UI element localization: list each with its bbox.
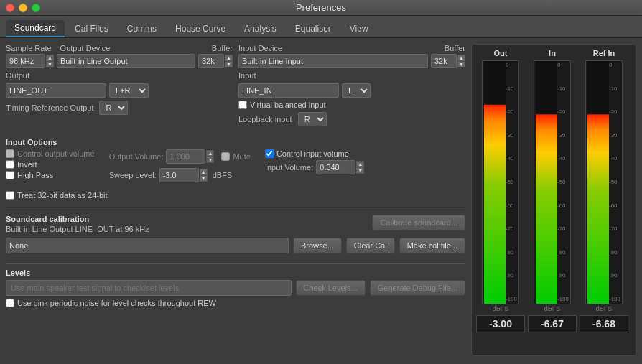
virtual-balanced-checkbox-label[interactable]: Virtual balanced input (238, 101, 465, 109)
sweep-level-spinbox[interactable]: ▲ ▼ (159, 168, 208, 182)
meter-out-bar-area (484, 61, 506, 304)
sweep-level-down[interactable]: ▼ (200, 175, 208, 182)
meter-ref-in-bar-area (587, 61, 609, 304)
meter-in-scale: 0 -10 -20 -30 -40 -50 -60 -70 -80 -90 -1… (557, 61, 569, 304)
output-volume-input[interactable] (166, 149, 205, 164)
io-right: Control input volume Input Volume: ▲ ▼ (265, 149, 364, 182)
tab-house-curve[interactable]: House Curve (167, 20, 234, 37)
pink-noise-checkbox-label[interactable]: Use pink periodic noise for level checks… (6, 299, 465, 307)
output-buffer-label: Buffer (212, 44, 233, 52)
sweep-level-input[interactable] (159, 168, 199, 182)
levels-row: Check Levels... Generate Debug File... (6, 280, 465, 296)
tab-comms[interactable]: Comms (118, 20, 165, 37)
sample-rate-down[interactable]: ▼ (46, 61, 54, 67)
tab-analysis[interactable]: Analysis (236, 20, 285, 37)
output-device-input[interactable] (57, 54, 195, 68)
input-volume-input[interactable] (316, 160, 355, 174)
mute-checkbox-label[interactable]: Mute (221, 152, 250, 161)
high-pass-checkbox[interactable] (6, 171, 14, 179)
cal-file-row: Browse... Clear Cal Make cal file... (6, 238, 465, 253)
input-vol-up[interactable]: ▲ (356, 161, 364, 167)
sweep-level-label: Sweep Level: (109, 171, 157, 179)
mute-label: Mute (233, 152, 250, 161)
close-button[interactable] (6, 4, 14, 12)
levels-section: Levels Check Levels... Generate Debug Fi… (6, 263, 465, 307)
sweep-level-unit: dBFS (213, 171, 233, 179)
input-volume-label: Input Volume: (265, 163, 313, 172)
svg-rect-3 (536, 114, 557, 304)
output-line-input[interactable] (6, 83, 106, 98)
mute-checkbox[interactable] (221, 152, 230, 161)
tab-cal-files[interactable]: Cal Files (66, 20, 117, 37)
sweep-level-up[interactable]: ▲ (200, 169, 208, 175)
meter-out-title: Out (494, 49, 508, 57)
input-vol-down[interactable]: ▼ (356, 167, 364, 174)
treat-32bit-label: Treat 32-bit data as 24-bit (17, 191, 108, 200)
clear-cal-button[interactable]: Clear Cal (346, 238, 395, 253)
sample-rate-spinbox[interactable]: ▲ ▼ (6, 54, 54, 68)
window-controls[interactable] (6, 4, 40, 12)
sample-rate-up[interactable]: ▲ (46, 55, 54, 61)
control-input-checkbox-label[interactable]: Control input volume (265, 149, 364, 158)
browse-button[interactable]: Browse... (293, 238, 342, 253)
output-buffer-up[interactable]: ▲ (225, 55, 233, 61)
input-line-input[interactable] (238, 83, 339, 98)
output-buffer-spinbox[interactable]: ▲ ▼ (198, 54, 233, 68)
device-settings-area: Sample Rate Output Device Buffer ▲ ▼ (6, 44, 465, 126)
timing-ref-select[interactable]: R L (99, 101, 128, 115)
control-input-checkbox[interactable] (265, 149, 274, 158)
output-section: Sample Rate Output Device Buffer ▲ ▼ (6, 44, 233, 126)
input-device-input[interactable] (238, 54, 428, 68)
input-options-grid: Control output volume Invert High Pass O… (6, 149, 465, 182)
cal-file-input[interactable] (6, 238, 289, 253)
minimize-button[interactable] (19, 4, 27, 12)
meter-out: Out (476, 49, 525, 351)
invert-checkbox[interactable] (6, 160, 14, 169)
pink-noise-label: Use pink periodic noise for level checks… (17, 299, 216, 307)
high-pass-label: High Pass (17, 171, 53, 179)
levels-title: Levels (6, 269, 465, 277)
output-channel-select[interactable]: L+R L R (109, 83, 149, 98)
tab-view[interactable]: View (341, 20, 377, 37)
output-buffer-down[interactable]: ▼ (225, 61, 233, 67)
input-buffer-up[interactable]: ▲ (457, 55, 465, 61)
input-channel-select[interactable]: L R (342, 83, 371, 98)
tabs-bar: Soundcard Cal Files Comms House Curve An… (0, 16, 642, 38)
input-volume-spinbox[interactable]: ▲ ▼ (316, 160, 364, 174)
treat-32bit-checkbox-label[interactable]: Treat 32-bit data as 24-bit (6, 191, 108, 200)
input-buffer-spinbox[interactable]: ▲ ▼ (431, 54, 465, 68)
control-output-checkbox-label[interactable]: Control output volume (6, 149, 95, 158)
check-levels-button[interactable]: Check Levels... (296, 280, 366, 296)
timing-ref-label: Timing Reference Output (6, 103, 93, 112)
tab-equaliser[interactable]: Equaliser (287, 20, 340, 37)
pink-noise-checkbox[interactable] (6, 299, 14, 307)
make-cal-button[interactable]: Make cal file... (399, 238, 465, 253)
meter-in: In (528, 49, 577, 351)
loopback-select[interactable]: R L (298, 112, 327, 126)
input-buffer-input[interactable] (431, 54, 457, 68)
output-buffer-input[interactable] (198, 54, 224, 68)
maximize-button[interactable] (32, 4, 40, 12)
high-pass-checkbox-label[interactable]: High Pass (6, 171, 95, 179)
meter-ref-in-svg (587, 61, 609, 304)
calibrate-soundcard-button[interactable]: Calibrate soundcard... (372, 215, 465, 230)
output-volume-label: Output Volume: (109, 152, 164, 161)
control-output-checkbox[interactable] (6, 149, 14, 158)
invert-checkbox-label[interactable]: Invert (6, 160, 95, 169)
tab-soundcard[interactable]: Soundcard (6, 20, 65, 37)
control-output-label: Control output volume (17, 149, 95, 158)
sample-rate-label: Sample Rate (6, 44, 52, 52)
output-vol-down[interactable]: ▼ (206, 157, 214, 163)
treat-32bit-checkbox[interactable] (6, 191, 14, 200)
sample-rate-input[interactable] (6, 54, 45, 68)
virtual-balanced-checkbox[interactable] (238, 101, 247, 109)
output-vol-up[interactable]: ▲ (206, 150, 214, 157)
soundcard-cal-title: Soundcard calibration (6, 215, 149, 223)
generate-debug-button[interactable]: Generate Debug File... (370, 280, 465, 296)
input-buffer-down[interactable]: ▼ (457, 61, 465, 67)
meter-ref-in-title: Ref In (593, 49, 615, 57)
levels-input[interactable] (6, 280, 292, 296)
meter-ref-in-unit: dBFS (596, 305, 613, 312)
output-volume-spinbox[interactable]: ▲ ▼ (166, 149, 214, 164)
control-input-label: Control input volume (276, 149, 349, 158)
